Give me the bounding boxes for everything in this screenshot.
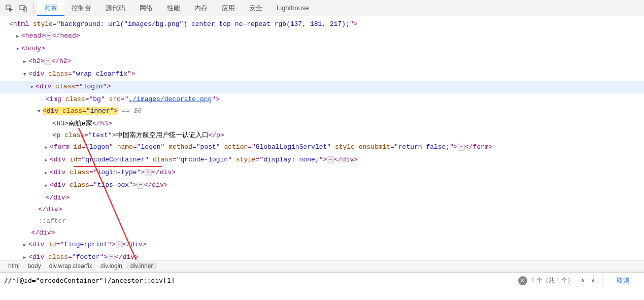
ellipsis-icon[interactable] bbox=[145, 169, 152, 176]
device-toggle-icon[interactable] bbox=[16, 1, 30, 15]
dom-node-close[interactable]: </div> bbox=[0, 227, 644, 239]
tab-security[interactable]: 安全 bbox=[242, 0, 269, 16]
crumb-html[interactable]: html bbox=[4, 262, 24, 270]
collapse-arrow[interactable] bbox=[38, 106, 43, 117]
tab-sources[interactable]: 源代码 bbox=[98, 0, 132, 16]
expand-arrow[interactable] bbox=[45, 142, 50, 153]
tab-lighthouse[interactable]: Lighthouse bbox=[269, 0, 316, 16]
dom-node-img[interactable]: <img class="bg" src="./images/decorate.p… bbox=[0, 93, 644, 105]
tab-performance[interactable]: 性能 bbox=[160, 0, 187, 16]
search-input[interactable] bbox=[0, 277, 518, 284]
search-count: 1 个（共 1 个） bbox=[531, 276, 573, 285]
dom-node-head[interactable]: <head></head> bbox=[0, 30, 644, 43]
ellipsis-icon[interactable] bbox=[116, 241, 123, 248]
crumb-inner[interactable]: div.inner bbox=[126, 262, 157, 270]
next-match-icon[interactable]: ∨ bbox=[588, 276, 598, 286]
expand-arrow[interactable] bbox=[23, 252, 28, 260]
dom-node-wrap[interactable]: <div class="wrap clearfix"> bbox=[0, 68, 644, 81]
expand-arrow[interactable] bbox=[23, 240, 28, 250]
dom-node-h3[interactable]: <h3>南航e家</h3> bbox=[0, 118, 644, 129]
elements-tree[interactable]: <html style="background: url("images/bg.… bbox=[0, 16, 644, 260]
expand-arrow[interactable] bbox=[45, 180, 50, 191]
ellipsis-icon[interactable] bbox=[45, 32, 52, 40]
dom-node-inner[interactable]: ⋯ <div class="inner"> == $0 bbox=[0, 105, 644, 118]
dom-node-close[interactable]: </div> bbox=[0, 204, 644, 215]
cancel-button[interactable]: 取消 bbox=[602, 273, 644, 289]
dom-node-tipsbox[interactable]: <div class="tips-box"></div> bbox=[0, 179, 644, 192]
dom-node-qrcode[interactable]: <div id="qrcodeContainer" class="qrcode-… bbox=[0, 154, 644, 166]
dom-node-footer[interactable]: <div class="footer"></div> bbox=[0, 251, 644, 260]
clear-icon[interactable]: ✕ bbox=[518, 276, 527, 285]
ellipsis-icon[interactable] bbox=[108, 254, 115, 260]
ellipsis-icon[interactable] bbox=[327, 156, 334, 163]
tab-console[interactable]: 控制台 bbox=[64, 0, 98, 16]
inspect-icon[interactable] bbox=[2, 1, 16, 15]
expand-arrow[interactable] bbox=[45, 155, 50, 165]
expand-arrow[interactable] bbox=[45, 168, 50, 178]
crumb-login[interactable]: div.login bbox=[96, 262, 126, 270]
tab-network[interactable]: 网络 bbox=[132, 0, 160, 16]
dom-node-fingerprint[interactable]: <div id="fingerprint"></div> bbox=[0, 239, 644, 251]
devtools-toolbar: 元素 控制台 源代码 网络 性能 内存 应用 安全 Lighthouse bbox=[0, 0, 644, 16]
search-bar: ✕ 1 个（共 1 个） ∧ ∨ 取消 bbox=[0, 272, 644, 288]
ellipsis-icon[interactable] bbox=[44, 58, 51, 65]
crumb-body[interactable]: body bbox=[24, 262, 45, 270]
toolbar-divider bbox=[33, 3, 34, 13]
collapse-arrow[interactable] bbox=[23, 69, 28, 80]
expand-arrow[interactable] bbox=[23, 56, 28, 67]
dom-node-h2[interactable]: <h2></h2> bbox=[0, 55, 644, 68]
dom-node-close[interactable]: </div> bbox=[0, 192, 644, 204]
dom-node-body[interactable]: <body> bbox=[0, 43, 644, 55]
dom-node-form[interactable]: <form id="logon" name="logon" method="po… bbox=[0, 141, 644, 154]
tab-memory[interactable]: 内存 bbox=[187, 0, 215, 16]
ellipsis-icon[interactable] bbox=[458, 144, 465, 151]
dom-node-after[interactable]: ::after bbox=[0, 215, 644, 227]
dom-node-html[interactable]: <html style="background: url("images/bg.… bbox=[0, 18, 644, 30]
dom-node-p[interactable]: <p class="text">中国南方航空用户统一认证入口</p> bbox=[0, 129, 644, 141]
dom-node-login[interactable]: <div class="login"> bbox=[0, 81, 644, 93]
breadcrumb: html body div.wrap.clearfix div.login di… bbox=[0, 260, 644, 272]
crumb-wrap[interactable]: div.wrap.clearfix bbox=[45, 262, 96, 270]
tab-application[interactable]: 应用 bbox=[215, 0, 242, 16]
expand-arrow[interactable] bbox=[16, 31, 21, 42]
ellipsis-icon[interactable] bbox=[137, 182, 144, 189]
collapse-arrow[interactable] bbox=[30, 82, 36, 92]
prev-match-icon[interactable]: ∧ bbox=[578, 276, 588, 286]
dom-node-logintype[interactable]: <div class="login-type"></div> bbox=[0, 166, 644, 179]
collapse-arrow[interactable] bbox=[16, 44, 21, 54]
tab-elements[interactable]: 元素 bbox=[37, 0, 64, 16]
